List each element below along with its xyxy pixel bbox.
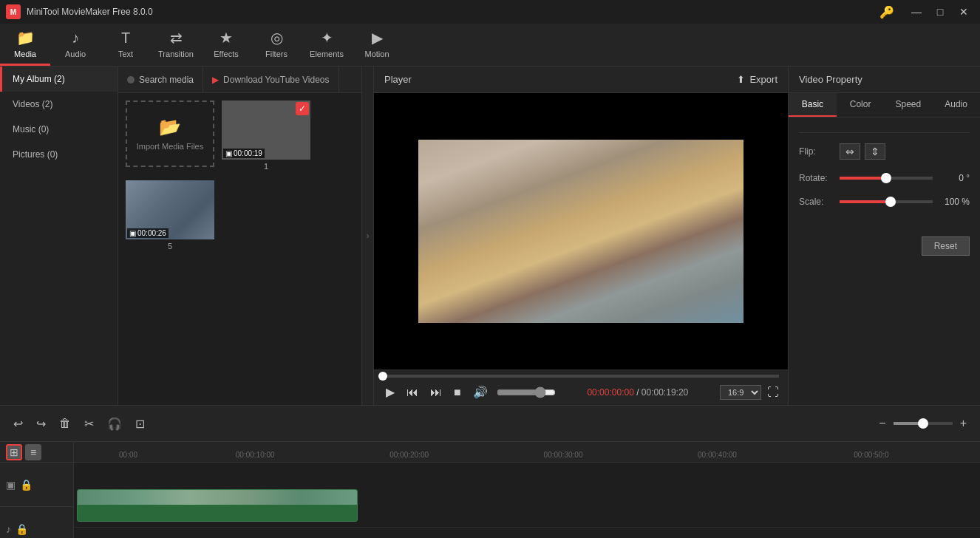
flip-controls: ⇔ ⇕ (840, 143, 970, 160)
fullscreen-button[interactable]: ⛶ (767, 386, 779, 399)
play-button[interactable]: ▶ (383, 384, 398, 401)
toolbar: 📁 Media ♪ Audio T Text ⇄ Transition ★ Ef… (0, 24, 980, 67)
ruler-mark-1: 00:00:10:00 (236, 451, 275, 459)
controls-row: ▶ ⏮ ⏭ ■ 🔊 00:00:00:00 / 00:00:19:20 16:9… (383, 384, 779, 401)
toolbar-text-label: Text (118, 50, 133, 58)
window-controls: — □ ✕ (906, 4, 974, 20)
prop-divider-top (799, 132, 970, 133)
rotate-control: 0 ° (840, 173, 970, 183)
rotate-row: Rotate: 0 ° (799, 173, 970, 183)
panel-collapse-handle[interactable]: › (362, 67, 374, 405)
properties-body: Flip: ⇔ ⇕ Rotate: 0 ° Scale: (789, 118, 980, 405)
sidebar-item-pictures[interactable]: Pictures (0) (0, 142, 118, 167)
search-media-label: Search media (139, 75, 194, 85)
media-item-2[interactable]: ▣ 00:00:26 5 (126, 180, 214, 253)
prev-button[interactable]: ⏮ (404, 384, 421, 401)
toolbar-media[interactable]: 📁 Media (0, 24, 50, 66)
add-track-video-icon[interactable]: ⊞ (6, 444, 22, 460)
player-title: Player (384, 74, 412, 85)
scale-slider-handle[interactable] (885, 197, 896, 207)
video-frame (418, 140, 743, 323)
transition-icon: ⇄ (170, 29, 183, 47)
sidebar-item-videos[interactable]: Videos (2) (0, 92, 118, 117)
toolbar-motion[interactable]: ▶ Motion (352, 24, 402, 66)
video-track-lock[interactable]: 🔒 (20, 479, 33, 491)
video-icon-2: ▣ (129, 229, 136, 237)
import-media-button[interactable]: 📂 Import Media Files (126, 101, 214, 167)
import-label: Import Media Files (137, 142, 203, 151)
toolbar-filters[interactable]: ◎ Filters (251, 24, 302, 66)
tool-icon: 🔑 (879, 5, 894, 19)
cut-button[interactable]: ✂ (81, 414, 97, 434)
toolbar-effects[interactable]: ★ Effects (201, 24, 251, 66)
toolbar-elements[interactable]: ✦ Elements (302, 24, 352, 66)
player-video (374, 93, 788, 370)
clip-waveform-bottom (78, 505, 357, 522)
app-icon: M (6, 4, 21, 19)
headphone-button[interactable]: 🎧 (104, 414, 125, 434)
undo-button[interactable]: ↩ (10, 414, 26, 434)
toolbar-audio[interactable]: ♪ Audio (50, 24, 101, 66)
reset-button[interactable]: Reset (922, 236, 970, 256)
rotate-label: Rotate: (799, 173, 840, 183)
toolbar-media-label: Media (14, 50, 36, 58)
toolbar-text[interactable]: T Text (101, 24, 151, 66)
prop-tab-speed[interactable]: Speed (885, 93, 933, 117)
search-dot (127, 76, 135, 84)
progress-bar[interactable] (383, 375, 779, 378)
ruler-mark-0: 00:00 (119, 451, 137, 459)
volume-button[interactable]: 🔊 (470, 384, 491, 401)
flip-horizontal-button[interactable]: ⇔ (840, 143, 860, 160)
sidebar: My Album (2) Videos (2) Music (0) Pictur… (0, 67, 118, 405)
audio-track-lock[interactable]: 🔒 (16, 523, 28, 535)
video-track-row (74, 483, 980, 528)
sidebar-item-my-album[interactable]: My Album (2) (0, 67, 118, 92)
next-button[interactable]: ⏭ (427, 384, 445, 401)
add-track-alt-icon[interactable]: ≡ (25, 444, 41, 460)
player-header: Player ⬆ Export (374, 67, 788, 93)
youtube-tab[interactable]: ▶ Download YouTube Videos (203, 67, 338, 93)
audio-track-row (74, 528, 980, 538)
export-button[interactable]: ⬆ Export (737, 74, 777, 85)
scale-slider-fill (840, 200, 891, 203)
video-clip[interactable] (77, 489, 358, 522)
aspect-ratio-select[interactable]: 16:9 4:3 1:1 (720, 385, 761, 400)
zoom-out-button[interactable]: − (876, 414, 888, 433)
toolbar-effects-label: Effects (214, 50, 238, 58)
player-area: Player ⬆ Export ▶ ⏮ ⏭ ■ 🔊 00:00:00: (374, 67, 788, 405)
sidebar-item-music[interactable]: Music (0) (0, 117, 118, 142)
time-display: 00:00:00:00 / 00:00:19:20 (562, 387, 714, 398)
search-media-tab[interactable]: Search media (118, 67, 203, 93)
delete-button[interactable]: 🗑 (56, 414, 74, 433)
rotate-value: 0 ° (937, 173, 970, 183)
prop-tab-color[interactable]: Color (837, 93, 885, 117)
minimize-button[interactable]: — (906, 4, 927, 20)
crop-button[interactable]: ⊡ (132, 414, 148, 434)
properties-tabs: Basic Color Speed Audio (789, 93, 980, 118)
progress-handle[interactable] (378, 372, 387, 381)
sidebar-my-album-label: My Album (2) (13, 74, 65, 84)
export-icon: ⬆ (737, 74, 745, 85)
media-toolbar: Search media ▶ Download YouTube Videos (118, 67, 361, 93)
toolbar-transition[interactable]: ⇄ Transition (151, 24, 201, 66)
stop-button[interactable]: ■ (451, 384, 464, 401)
flip-vertical-button[interactable]: ⇕ (865, 143, 885, 160)
zoom-slider-track[interactable] (894, 422, 953, 425)
zoom-in-button[interactable]: + (957, 414, 970, 433)
rotate-slider-handle[interactable] (881, 173, 891, 183)
media-item-1[interactable]: ▣ 00:00:19 ✓ 1 (222, 101, 310, 173)
volume-slider[interactable] (497, 387, 556, 398)
close-button[interactable]: ✕ (953, 4, 974, 20)
properties-panel: Video Property Basic Color Speed Audio F… (788, 67, 980, 405)
timeline-ruler: 00:00 00:00:10:00 00:00:20:00 00:00:30:0… (74, 442, 980, 463)
zoom-slider-handle[interactable] (918, 418, 928, 429)
maximize-button[interactable]: □ (930, 4, 950, 20)
redo-button[interactable]: ↪ (33, 414, 49, 434)
flip-row: Flip: ⇔ ⇕ (799, 143, 970, 160)
track-content: 00:00 00:00:10:00 00:00:20:00 00:00:30:0… (74, 442, 980, 538)
prop-tab-audio[interactable]: Audio (932, 93, 980, 117)
prop-tab-basic[interactable]: Basic (789, 93, 837, 117)
rotate-slider-track (840, 177, 933, 180)
toolbar-transition-label: Transition (158, 50, 194, 58)
flip-label: Flip: (799, 146, 840, 157)
